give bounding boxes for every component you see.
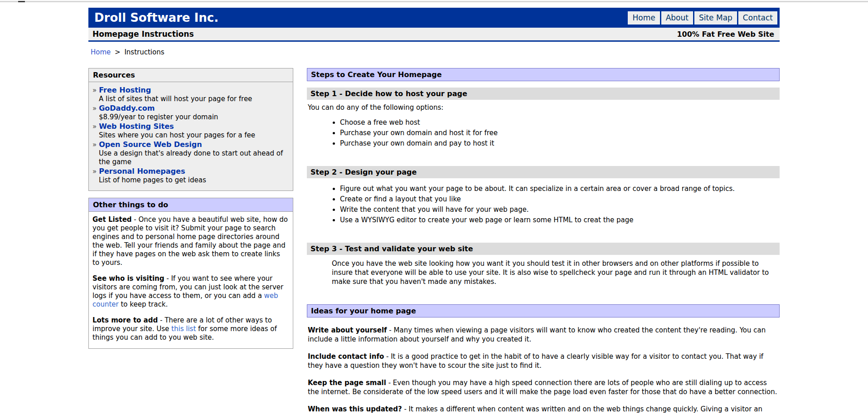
list-item: Choose a free web host [340, 118, 780, 127]
arrow-marker-icon: » [92, 104, 97, 112]
list-item: Purchase your own domain and pay to host… [340, 139, 780, 148]
list-item: »Open Source Web Design Use a design tha… [92, 140, 289, 166]
nav-item-home[interactable]: Home [628, 11, 659, 24]
breadcrumb-home-link[interactable]: Home [91, 48, 111, 56]
idea-write-about-yourself: Write about yourself - Many times when v… [308, 326, 780, 344]
main-nav: Home About Site Map Contact [628, 11, 780, 24]
resource-link-web-hosting-sites[interactable]: Web Hosting Sites [99, 122, 174, 131]
idea-keep-the-page-small: Keep the page small - Even though you ma… [308, 378, 780, 396]
step1-header: Step 1 - Decide how to host your page [307, 88, 780, 100]
arrow-marker-icon: » [92, 167, 97, 176]
idea-when-was-this-updated: When was this updated? - It makes a diff… [308, 405, 780, 415]
paragraph-get-listed: Get Listed - Once you have a beautiful w… [92, 215, 289, 267]
nav-item-contact[interactable]: Contact [738, 11, 777, 24]
paragraph-lead: Keep the page small [308, 379, 386, 387]
step3-header: Step 3 - Test and validate your web site [307, 243, 780, 255]
list-item: »Personal Homepages List of home pages t… [92, 167, 289, 185]
page-title-bar: Homepage Instructions 100% Fat Free Web … [88, 28, 780, 42]
arrow-marker-icon: » [92, 122, 97, 131]
resource-desc: $8.99/year to register your domain [99, 113, 289, 122]
list-item: Figure out what you want your page to be… [340, 185, 780, 193]
step2-header: Step 2 - Design your page [307, 166, 780, 178]
content-columns: Resources »Free Hosting A list of sites … [88, 68, 780, 415]
paragraph-lead: Get Listed [92, 215, 132, 224]
page-container: Droll Software Inc. Home About Site Map … [88, 8, 780, 415]
resource-desc: Use a design that's already done to star… [99, 149, 289, 166]
paragraph-lead: When was this updated? [308, 405, 402, 413]
this-list-link[interactable]: this list [171, 325, 196, 333]
paragraph-see-who-is-visiting: See who is visiting - If you want to see… [92, 274, 289, 309]
screen-top-edge-line [0, 1, 868, 2]
arrow-marker-icon: » [92, 86, 97, 94]
section-header-ideas: Ideas for your home page [307, 304, 780, 317]
idea-include-contact-info: Include contact info - It is a good prac… [308, 352, 780, 370]
tagline: 100% Fat Free Web Site [677, 30, 774, 39]
breadcrumb-separator: > [115, 48, 121, 56]
sidebar: Resources »Free Hosting A list of sites … [88, 68, 293, 349]
breadcrumb: Home > Instructions [91, 48, 780, 56]
resource-link-open-source-web-design[interactable]: Open Source Web Design [99, 140, 202, 149]
arrow-marker-icon: » [92, 141, 97, 149]
resource-desc: List of home pages to get ideas [99, 176, 289, 185]
section-header-steps: Steps to Create Your Homepage [307, 68, 780, 81]
resources-list: »Free Hosting A list of sites that will … [89, 82, 293, 190]
site-header: Droll Software Inc. Home About Site Map … [88, 8, 780, 28]
paragraph-lead: Include contact info [308, 352, 384, 361]
main-content: Steps to Create Your Homepage Step 1 - D… [307, 68, 780, 415]
step3-body: Once you have the web site looking how y… [332, 259, 780, 286]
nav-item-about[interactable]: About [661, 11, 693, 24]
nav-item-site-map[interactable]: Site Map [694, 11, 737, 24]
step1-bullet-list: Choose a free web host Purchase your own… [332, 118, 780, 148]
list-item: »Web Hosting Sites Sites where you can h… [92, 122, 289, 140]
resource-link-godaddy[interactable]: GoDaddy.com [99, 104, 155, 112]
screen-top-dash [18, 1, 25, 2]
resource-desc: A list of sites that will host your page… [99, 95, 289, 103]
step2-bullet-list: Figure out what you want your page to be… [332, 185, 780, 225]
site-title: Droll Software Inc. [88, 11, 218, 24]
paragraph-lots-more-to-add: Lots more to add - There are a lot of ot… [92, 316, 289, 342]
resource-link-personal-homepages[interactable]: Personal Homepages [99, 167, 185, 176]
page-title: Homepage Instructions [92, 29, 194, 39]
resource-desc: Sites where you can host your pages for … [99, 131, 289, 140]
other-things-panel: Other things to do Get Listed - Once you… [88, 198, 293, 349]
step1-intro: You can do any of the following options: [308, 103, 780, 112]
list-item: Purchase your own domain and host it for… [340, 129, 780, 137]
other-things-body: Get Listed - Once you have a beautiful w… [89, 212, 293, 348]
paragraph-text: to keep track. [119, 300, 168, 308]
breadcrumb-current: Instructions [124, 48, 164, 56]
resources-panel: Resources »Free Hosting A list of sites … [88, 68, 293, 191]
other-things-panel-title: Other things to do [89, 198, 293, 212]
list-item: »Free Hosting A list of sites that will … [92, 86, 289, 103]
list-item: Use a WYSIWYG editor to create your web … [340, 216, 780, 225]
paragraph-lead: Write about yourself [308, 326, 387, 334]
paragraph-lead: See who is visiting [92, 274, 164, 283]
list-item: Create or find a layout that you like [340, 195, 780, 204]
resources-panel-title: Resources [89, 68, 293, 82]
list-item: »GoDaddy.com $8.99/year to register your… [92, 104, 289, 122]
resource-link-free-hosting[interactable]: Free Hosting [99, 86, 151, 94]
list-item: Write the content that you will have for… [340, 205, 780, 214]
paragraph-lead: Lots more to add [92, 316, 158, 324]
